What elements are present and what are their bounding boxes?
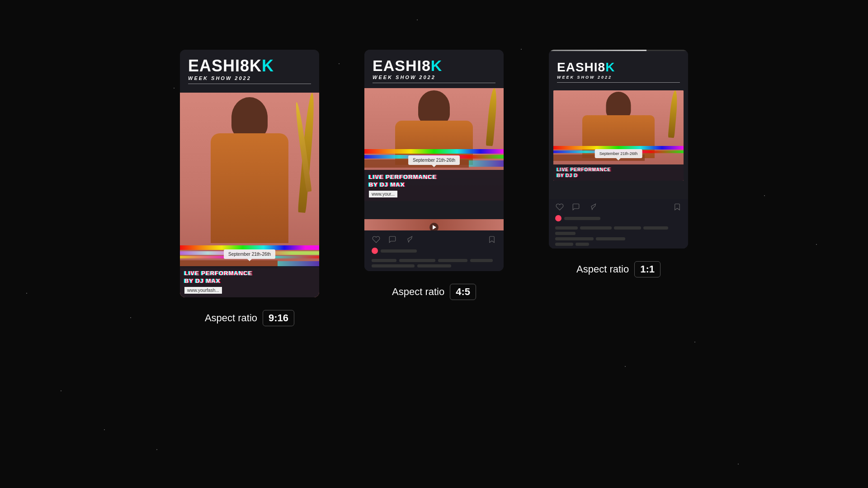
photo-area-3: September 21th-26th LIVE PERFORMANCE BY … — [553, 90, 684, 181]
aspect-ratio-text-3: Aspect ratio — [576, 263, 629, 275]
heart-icon[interactable] — [372, 235, 381, 244]
date-tooltip-3: September 21th-26th — [595, 149, 642, 158]
aspect-label-1-1: Aspect ratio 1:1 — [576, 261, 660, 277]
photo-area-2: September 21th-26th LIVE PERFORMANCE BY … — [364, 88, 504, 201]
card-wrapper-4-5: EASHI8K WEEK SHOW 2022 — [364, 50, 504, 300]
social-area-2 — [364, 230, 504, 271]
progress-bar-3 — [549, 50, 688, 51]
card-9-16: EASHI8KK WEEK SHOW 2022 — [180, 50, 319, 297]
aspect-label-4-5: Aspect ratio 4:5 — [392, 284, 476, 300]
aspect-ratio-text-1: Aspect ratio — [205, 312, 257, 324]
aspect-badge-9-16: 9:16 — [263, 310, 294, 326]
social-area-3 — [549, 199, 688, 249]
post-text-lines-2 — [372, 248, 496, 267]
fashion-header-1: EASHI8KK WEEK SHOW 2022 — [180, 50, 319, 89]
header-line-3 — [557, 82, 680, 83]
header-line-1 — [188, 84, 311, 84]
card-4-5: EASHI8K WEEK SHOW 2022 — [364, 50, 504, 271]
fashion-logo-1: EASHI8KK — [188, 58, 311, 74]
card-wrapper-1-1: EASHI8K WEEK SHOW 2022 — [549, 50, 688, 277]
comment-icon-3[interactable] — [571, 202, 580, 211]
fashion-header-2: EASHI8K WEEK SHOW 2022 — [364, 50, 504, 88]
week-show-3: WEEK SHOW 2022 — [557, 75, 680, 80]
glitch-overlay-2: September 21th-26th LIVE PERFORMANCE BY … — [364, 147, 504, 201]
glitch-overlay-3: September 21th-26th LIVE PERFORMANCE BY … — [553, 145, 684, 181]
week-show-2: WEEK SHOW 2022 — [373, 75, 495, 80]
week-show-1: WEEK SHOW 2022 — [188, 75, 311, 81]
fashion-header-3: EASHI8K WEEK SHOW 2022 — [549, 51, 688, 87]
fashion-logo-2: EASHI8K — [373, 58, 495, 73]
aspect-badge-4-5: 4:5 — [450, 284, 476, 300]
bookmark-icon[interactable] — [487, 235, 496, 244]
bookmark-icon-3[interactable] — [673, 202, 682, 211]
glitch-text-2: LIVE PERFORMANCE BY DJ MAX www.your... — [364, 170, 504, 201]
card-1-1-content: EASHI8K WEEK SHOW 2022 — [549, 50, 688, 249]
aspect-ratio-text-2: Aspect ratio — [392, 286, 444, 298]
aspect-badge-1-1: 1:1 — [634, 261, 660, 277]
card-4-5-content: EASHI8K WEEK SHOW 2022 — [364, 50, 504, 271]
cards-container: EASHI8KK WEEK SHOW 2022 — [0, 0, 868, 326]
share-icon[interactable] — [404, 235, 413, 244]
svg-marker-1 — [591, 204, 596, 210]
fashion-logo-3: EASHI8K — [557, 59, 680, 74]
date-tooltip-1: September 21th-26th — [224, 249, 275, 259]
svg-marker-0 — [408, 236, 412, 242]
glitch-text-3: LIVE PERFORMANCE BY DJ D — [553, 164, 684, 181]
heart-icon-3[interactable] — [555, 202, 564, 211]
header-line-2 — [373, 83, 495, 83]
card-1-1: EASHI8K WEEK SHOW 2022 — [549, 50, 688, 249]
photo-area-1: September 21th-26th LIVE PERFORMANCE BY … — [180, 93, 319, 297]
glitch-overlay-1: September 21th-26th LIVE PERFORMANCE BY … — [180, 243, 319, 297]
card-9-16-content: EASHI8KK WEEK SHOW 2022 — [180, 50, 319, 297]
aspect-label-9-16: Aspect ratio 9:16 — [205, 310, 294, 326]
comment-icon[interactable] — [388, 235, 397, 244]
card-wrapper-9-16: EASHI8KK WEEK SHOW 2022 — [180, 50, 319, 326]
post-text-lines-3 — [555, 215, 682, 246]
date-tooltip-2: September 21th-26th — [408, 155, 460, 165]
glitch-text-1: LIVE PERFORMANCE BY DJ MAX www.yourfash.… — [180, 266, 319, 297]
share-icon-3[interactable] — [588, 202, 597, 211]
